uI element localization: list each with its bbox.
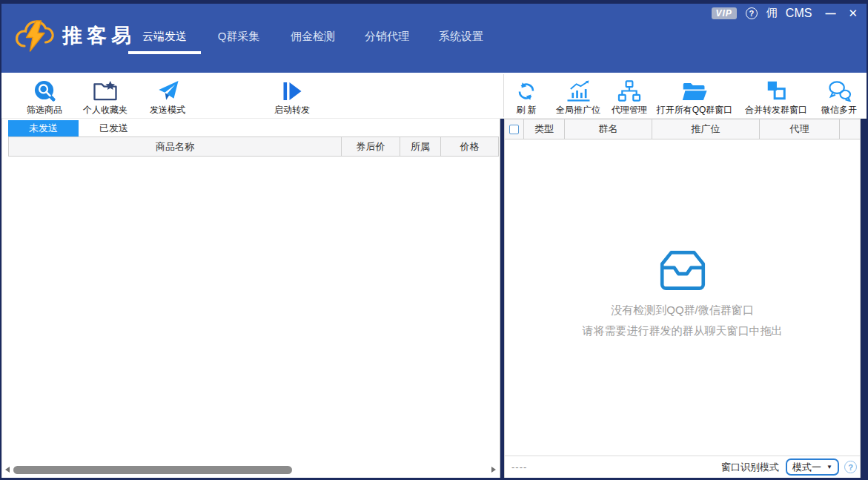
personal-favorites-button[interactable]: 个人收藏夹 [83,79,127,116]
chart-icon [556,79,600,102]
paper-plane-icon [150,79,185,102]
help-icon[interactable]: ? [746,7,758,19]
window-mode-group: 窗口识别模式 模式一 ▼ ? [721,458,858,476]
wechat-multi-open-button[interactable]: 微信多开 [821,79,857,116]
close-button[interactable]: ✕ [848,7,858,20]
window-mode-value: 模式一 [792,461,821,474]
tool-label: 代理管理 [612,104,647,116]
nav-tab-qgroup-collect[interactable]: Q群采集 [202,26,276,54]
scroll-left-arrow-icon[interactable] [5,467,10,473]
global-promotion-button[interactable]: 全局推广位 [556,79,600,116]
tool-label: 个人收藏夹 [83,104,127,116]
column-agent: 代理 [759,119,839,139]
column-spacer [839,119,860,139]
caret-down-icon: ▼ [826,464,832,470]
folder-star-icon [83,79,127,102]
open-folder-icon [657,79,733,102]
tool-label: 筛选商品 [27,104,62,116]
scroll-right-arrow-icon[interactable] [491,467,496,473]
window-mode-select[interactable]: 模式一 ▼ [786,458,839,476]
empty-state-line1: 没有检测到QQ群/微信群窗口 [505,303,860,318]
empty-state-line2: 请将需要进行群发的群从聊天窗口中拖出 [505,324,860,338]
search-icon [27,79,62,102]
nav-tab-commission-check[interactable]: 佣金检测 [276,26,350,54]
column-group-name: 群名 [564,119,652,139]
column-price: 价格 [440,137,498,156]
tool-label: 发送模式 [150,104,185,116]
select-all-cell [505,119,523,139]
nav-tab-distribution-agent[interactable]: 分销代理 [350,26,424,54]
help-icon[interactable]: ? [844,461,857,473]
tab-unsent[interactable]: 未发送 [8,120,79,137]
header-bar: 推客易 云端发送 Q群采集 佣金检测 分销代理 系统设置 VIP ? 佣 CMS… [1,4,867,73]
group-windows-panel: 类型 群名 推广位 代理 没有检测到QQ群/微信群窗口 请将需要进行群发的群从聊… [504,119,861,478]
start-forward-button[interactable]: 启动转发 [274,79,310,116]
column-belongs: 所属 [400,137,440,156]
commission-icon[interactable]: 佣 [766,6,778,20]
refresh-button[interactable]: 刷 新 [516,79,537,116]
nav-tab-cloud-send[interactable]: 云端发送 [127,26,202,54]
tool-label: 启动转发 [274,104,310,116]
nav-tab-system-settings[interactable]: 系统设置 [424,26,498,54]
send-state-tabs: 未发送 已发送 [8,120,149,137]
scrollbar-thumb[interactable] [13,466,292,474]
tab-sent[interactable]: 已发送 [79,120,149,137]
column-promotion-slot: 推广位 [652,119,759,139]
column-coupon-price: 券后价 [341,137,400,156]
toolbar-divider [503,74,504,117]
groups-table-header: 类型 群名 推广位 代理 [505,119,860,139]
send-mode-button[interactable]: 发送模式 [150,79,185,116]
select-all-checkbox[interactable] [509,125,519,134]
status-dashes: ---- [511,461,527,473]
play-icon [274,79,310,102]
products-table-header: 商品名称 券后价 所属 价格 [8,137,499,157]
titlebar-controls: VIP ? 佣 CMS — ✕ [712,6,858,20]
open-all-qq-windows-button[interactable]: 打开所有QQ群窗口 [657,79,733,116]
cloud-lightning-icon [12,17,59,54]
products-panel: 未发送 已发送 商品名称 券后价 所属 价格 [1,119,500,478]
cms-button[interactable]: CMS [786,7,812,20]
filter-products-button[interactable]: 筛选商品 [27,79,62,116]
main-nav: 云端发送 Q群采集 佣金检测 分销代理 系统设置 [127,26,498,54]
org-chart-icon [612,79,647,102]
agent-management-button[interactable]: 代理管理 [612,79,647,116]
window-mode-label: 窗口识别模式 [721,461,779,474]
merge-forward-windows-button[interactable]: 合并转发群窗口 [745,79,807,116]
horizontal-scrollbar[interactable] [3,464,498,476]
toolbar: 筛选商品 个人收藏夹 发送模式 模拟发送 ▼ [1,73,867,119]
column-type: 类型 [523,119,564,139]
tool-label: 打开所有QQ群窗口 [657,104,733,116]
tool-label: 微信多开 [821,104,857,116]
tool-label: 刷 新 [516,104,537,116]
app-window: 推客易 云端发送 Q群采集 佣金检测 分销代理 系统设置 VIP ? 佣 CMS… [0,0,868,480]
column-product-name: 商品名称 [9,137,341,156]
status-bar: ---- 窗口识别模式 模式一 ▼ ? [505,456,860,478]
wechat-icon [821,79,857,102]
inbox-icon [656,249,709,292]
merge-windows-icon [745,79,807,102]
app-logo: 推客易 [12,17,136,54]
empty-state: 没有检测到QQ群/微信群窗口 请将需要进行群发的群从聊天窗口中拖出 [505,249,860,338]
tool-label: 合并转发群窗口 [745,104,807,116]
minimize-button[interactable]: — [825,7,835,19]
refresh-icon [516,79,537,102]
app-title: 推客易 [62,22,136,49]
tool-label: 全局推广位 [556,104,600,116]
vip-badge[interactable]: VIP [712,7,737,19]
